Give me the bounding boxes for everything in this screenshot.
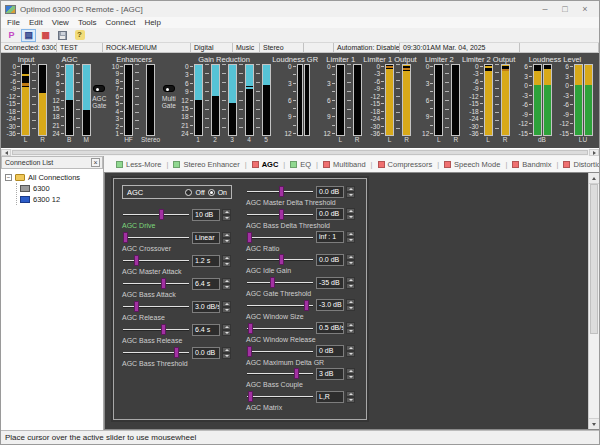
slider-thumb-agc-master-attack[interactable]	[134, 255, 139, 266]
slider-agc-release[interactable]	[122, 301, 190, 312]
agc-off-radio[interactable]	[185, 189, 192, 196]
tab-speech-mode[interactable]: Speech Mode	[439, 160, 505, 169]
spin-down-agc-bass-threshold[interactable]	[222, 353, 231, 359]
tab-agc[interactable]: AGC	[247, 160, 284, 169]
slider-agc-bass-threshold[interactable]	[122, 347, 190, 358]
spin-down-agc-gate-threshold[interactable]	[346, 283, 355, 289]
meter-scroll-right-arrow[interactable]	[589, 149, 599, 156]
slider-agc-gate-threshold[interactable]	[246, 277, 314, 288]
slider-thumb-agc-maximum-delta-gr[interactable]	[247, 346, 252, 357]
agc-on-radio[interactable]	[208, 189, 215, 196]
slider-thumb-agc-bass-attack[interactable]	[161, 278, 166, 289]
menu-item-help[interactable]: Help	[144, 17, 160, 28]
slider-agc-master-delta-threshold[interactable]	[246, 186, 314, 197]
minimize-button[interactable]: –	[537, 2, 553, 16]
menu-item-file[interactable]: File	[7, 17, 20, 28]
slider-thumb-agc-bass-couple[interactable]	[294, 368, 299, 379]
slider-agc-idle-gain[interactable]	[246, 254, 314, 265]
slider-agc-master-attack[interactable]	[122, 255, 190, 266]
connection-panel-close-button[interactable]: ×	[91, 158, 100, 167]
menu-item-connect[interactable]: Connect	[106, 17, 136, 28]
slider-agc-crossover[interactable]	[122, 232, 190, 243]
spin-down-agc-matrix[interactable]	[346, 397, 355, 403]
spin-down-agc-bass-attack[interactable]	[222, 284, 231, 290]
label-agc-master-attack: AGC Master Attack	[122, 268, 232, 275]
control-agc-release: 3.0 dB/sAGC Release	[122, 300, 232, 323]
spin-down-agc-window-release[interactable]	[346, 328, 355, 334]
tab-compressors[interactable]: Compressors	[373, 160, 438, 169]
slider-thumb-agc-release[interactable]	[134, 301, 139, 312]
value-agc-matrix: L,R	[316, 391, 344, 403]
spin-down-agc-master-attack[interactable]	[222, 261, 231, 267]
slider-agc-bass-couple[interactable]	[246, 368, 314, 379]
scroll-down-arrow[interactable]	[589, 418, 599, 429]
vertical-scrollbar[interactable]	[588, 173, 599, 429]
slider-thumb-agc-window-release[interactable]	[248, 323, 253, 334]
tab-bandmix[interactable]: Bandmix	[507, 160, 556, 169]
app-icon	[5, 5, 16, 14]
help-button[interactable]: ?	[72, 29, 87, 42]
slider-agc-window-release[interactable]	[246, 323, 314, 334]
slider-thumb-agc-matrix[interactable]	[248, 391, 253, 402]
meter-scrollbar[interactable]	[1, 148, 599, 156]
slider-agc-bass-delta-threshold[interactable]	[246, 209, 314, 220]
tab-stereo-enhancer[interactable]: Stereo Enhancer	[168, 160, 244, 169]
slider-agc-bass-attack[interactable]	[122, 278, 190, 289]
maximize-button[interactable]: □	[557, 2, 573, 16]
vertical-scroll-thumb[interactable]	[590, 184, 598, 334]
slider-agc-maximum-delta-gr[interactable]	[246, 346, 314, 357]
spin-down-agc-window-size[interactable]	[346, 305, 355, 311]
spin-down-agc-master-delta-threshold[interactable]	[346, 192, 355, 198]
spin-down-agc-maximum-delta-gr[interactable]	[346, 351, 355, 357]
slider-agc-bass-release[interactable]	[122, 324, 190, 335]
connection-item-6300[interactable]: 6300	[20, 183, 103, 194]
slider-thumb-agc-drive[interactable]	[159, 209, 164, 220]
slider-thumb-agc-crossover[interactable]	[123, 232, 128, 243]
tab-eq[interactable]: EQ	[285, 160, 316, 169]
spin-down-agc-crossover[interactable]	[222, 238, 231, 244]
slider-thumb-agc-window-size[interactable]	[304, 300, 309, 311]
tab-distortion[interactable]: Distortion	[558, 160, 599, 169]
meters-button[interactable]: ▦	[38, 29, 53, 42]
connection-item-6300-12[interactable]: 6300 12	[20, 194, 103, 205]
meter-scroll-thumb[interactable]	[12, 150, 588, 155]
meter-scale: 036912	[320, 64, 335, 136]
spin-down-agc-bass-delta-threshold[interactable]	[346, 214, 355, 220]
slider-thumb-agc-ratio[interactable]	[247, 232, 252, 243]
meter-scale: 0-3-6-9-12-15-18-24-30-36	[369, 64, 384, 136]
slider-agc-ratio[interactable]	[246, 232, 314, 243]
slider-agc-drive[interactable]	[122, 209, 190, 220]
spin-down-agc-ratio[interactable]	[346, 237, 355, 243]
menu-item-view[interactable]: View	[52, 17, 69, 28]
slider-thumb-agc-bass-release[interactable]	[161, 324, 166, 335]
slider-thumb-agc-bass-delta-threshold[interactable]	[279, 209, 284, 220]
slider-thumb-agc-gate-threshold[interactable]	[270, 277, 275, 288]
meter-bar-input-l	[21, 64, 30, 136]
meter-bar-gain-reduction-4	[245, 64, 254, 136]
menu-item-tools[interactable]: Tools	[78, 17, 97, 28]
slider-agc-window-size[interactable]	[246, 300, 314, 311]
slider-thumb-agc-idle-gain[interactable]	[279, 254, 284, 265]
close-button[interactable]: ×	[577, 2, 593, 16]
tree-expander-icon[interactable]: −	[5, 174, 12, 181]
spin-down-agc-release[interactable]	[222, 307, 231, 313]
spin-down-agc-drive[interactable]	[222, 215, 231, 221]
scroll-up-arrow[interactable]	[589, 173, 599, 184]
remote-view-button[interactable]: ▤	[21, 29, 36, 42]
enhancers-title: Enhancers	[116, 55, 152, 64]
spinner-agc-bass-attack	[222, 278, 231, 290]
status-square-speech-mode	[444, 161, 451, 168]
tab-multiband[interactable]: Multiband	[318, 160, 371, 169]
menu-item-edit[interactable]: Edit	[29, 17, 43, 28]
save-button[interactable]	[55, 29, 70, 42]
slider-thumb-agc-master-delta-threshold[interactable]	[279, 186, 284, 197]
meter-scroll-left-arrow[interactable]	[1, 149, 11, 156]
preset-button[interactable]: P	[4, 29, 19, 42]
spin-down-agc-idle-gain[interactable]	[346, 260, 355, 266]
tab-less-more[interactable]: Less-More	[111, 160, 166, 169]
spin-down-agc-bass-release[interactable]	[222, 330, 231, 336]
spin-down-agc-bass-couple[interactable]	[346, 374, 355, 380]
tree-node-all-connections[interactable]: − All Connections	[5, 172, 103, 183]
slider-agc-matrix[interactable]	[246, 391, 314, 402]
slider-thumb-agc-bass-threshold[interactable]	[174, 347, 179, 358]
